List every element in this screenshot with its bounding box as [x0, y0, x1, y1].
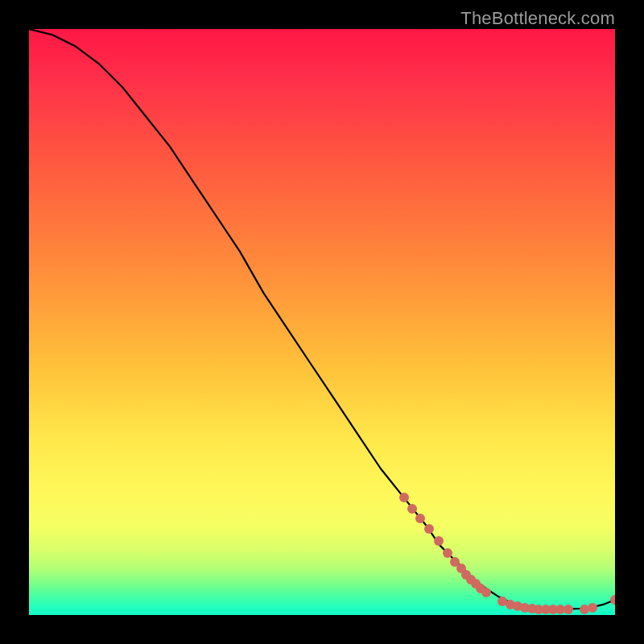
watermark-text: TheBottleneck.com: [460, 8, 615, 29]
gradient-background: [29, 29, 615, 615]
chart-frame: TheBottleneck.com: [0, 0, 644, 644]
plot-area: [29, 29, 615, 615]
